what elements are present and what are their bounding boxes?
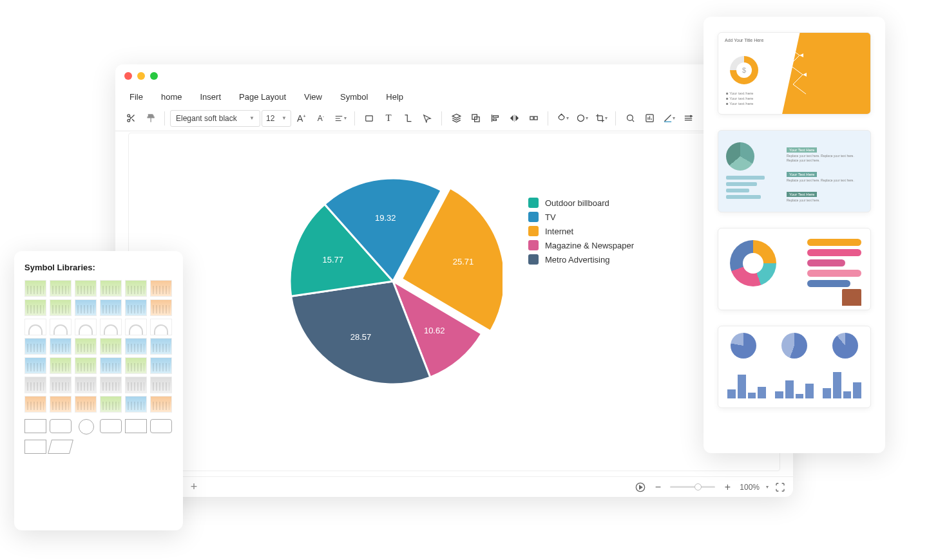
symbol-thumb[interactable] — [50, 319, 72, 335]
symbol-thumb[interactable] — [75, 319, 97, 335]
symbol-thumb[interactable] — [150, 280, 172, 297]
symbol-thumb[interactable] — [75, 357, 97, 374]
symbol-thumb[interactable] — [100, 280, 122, 297]
shape-parallelogram[interactable] — [48, 440, 73, 454]
symbol-thumb[interactable] — [150, 377, 172, 393]
symbol-thumb[interactable] — [100, 396, 122, 413]
canvas[interactable]: 25.7110.6228.5715.7719.32 Outdoor billbo… — [128, 133, 780, 471]
window-minimize-button[interactable] — [137, 72, 145, 80]
line-color-button[interactable]: ▾ — [660, 109, 678, 127]
group-button[interactable] — [466, 109, 484, 127]
search-button[interactable] — [621, 109, 639, 127]
symbol-thumb[interactable] — [125, 396, 147, 413]
font-size-select[interactable]: 12 ▼ — [262, 110, 291, 127]
pie-chart[interactable]: 25.7110.6228.5715.7719.32 — [283, 172, 503, 393]
flip-horizontal-button[interactable] — [505, 109, 523, 127]
symbol-thumb[interactable] — [50, 338, 72, 355]
crop-button[interactable]: ▾ — [592, 109, 610, 127]
symbol-thumb[interactable] — [100, 357, 122, 374]
zoom-thumb[interactable] — [694, 483, 702, 490]
shape-triangle[interactable] — [103, 440, 120, 453]
text-align-button[interactable]: ▾ — [331, 109, 349, 127]
symbol-thumb[interactable] — [75, 396, 97, 413]
symbol-thumb[interactable] — [50, 396, 72, 413]
template-card[interactable] — [718, 326, 871, 408]
legend-item[interactable]: Metro Advertising — [528, 254, 634, 265]
menu-help[interactable]: Help — [377, 89, 412, 104]
symbol-thumb[interactable] — [24, 377, 46, 393]
symbol-thumb[interactable] — [24, 396, 46, 413]
shape-rounded-rect[interactable] — [50, 419, 72, 433]
symbol-thumb[interactable] — [125, 319, 147, 335]
template-card[interactable]: Your Text HereReplace your text here. Re… — [718, 130, 871, 212]
pointer-tool[interactable] — [418, 109, 436, 127]
symbol-thumb[interactable] — [125, 299, 147, 316]
connector-tool[interactable] — [399, 109, 417, 127]
symbol-thumb[interactable] — [24, 280, 46, 297]
symbol-thumb[interactable] — [50, 357, 72, 374]
window-maximize-button[interactable] — [150, 72, 158, 80]
symbol-thumb[interactable] — [125, 280, 147, 297]
menu-view[interactable]: View — [295, 89, 331, 104]
shape-rectangle[interactable] — [24, 419, 46, 433]
increase-font-button[interactable]: A+ — [292, 109, 311, 127]
zoom-out-button[interactable]: − — [652, 481, 664, 493]
fill-color-button[interactable]: ▾ — [553, 109, 571, 127]
symbol-thumb[interactable] — [24, 357, 46, 374]
symbol-thumb[interactable] — [100, 338, 122, 355]
shape-rounded-rect[interactable] — [100, 419, 122, 433]
align-button[interactable] — [486, 109, 504, 127]
symbol-thumb[interactable] — [75, 280, 97, 297]
symbol-thumb[interactable] — [100, 319, 122, 335]
template-card[interactable]: Add Your Title Here ■ Your text here■ Yo… — [718, 32, 871, 115]
symbol-thumb[interactable] — [75, 377, 97, 393]
menu-home[interactable]: home — [152, 89, 191, 104]
symbol-thumb[interactable] — [50, 377, 72, 393]
symbol-thumb[interactable] — [150, 396, 172, 413]
menu-insert[interactable]: Insert — [191, 89, 230, 104]
symbol-thumb[interactable] — [150, 357, 172, 374]
symbol-thumb[interactable] — [150, 319, 172, 335]
symbol-thumb[interactable] — [75, 299, 97, 316]
layers-button[interactable] — [447, 109, 465, 127]
symbol-thumb[interactable] — [125, 338, 147, 355]
cut-button[interactable] — [122, 109, 140, 127]
font-family-select[interactable]: Elegant soft black ▼ — [170, 110, 260, 127]
symbol-thumb[interactable] — [24, 319, 46, 335]
legend-item[interactable]: Magazine & Newspaper — [528, 240, 634, 250]
symbol-thumb[interactable] — [150, 299, 172, 316]
menu-symbol[interactable]: Symbol — [331, 89, 377, 104]
fullscreen-button[interactable] — [775, 482, 785, 492]
symbol-thumb[interactable] — [125, 377, 147, 393]
symbol-thumb[interactable] — [50, 299, 72, 316]
shape-triangle[interactable] — [153, 440, 170, 453]
chevron-down-icon[interactable]: ▾ — [766, 484, 769, 490]
rectangle-tool[interactable] — [360, 109, 378, 127]
menu-page-layout[interactable]: Page Layout — [230, 89, 295, 104]
shape-rounded-rect[interactable] — [150, 419, 172, 433]
symbol-thumb[interactable] — [125, 357, 147, 374]
symbol-thumb[interactable] — [24, 299, 46, 316]
legend-item[interactable]: Internet — [528, 226, 634, 236]
symbol-thumb[interactable] — [75, 338, 97, 355]
same-size-button[interactable] — [524, 109, 542, 127]
symbol-thumb[interactable] — [50, 280, 72, 297]
add-page-button[interactable]: + — [187, 480, 202, 494]
format-painter-button[interactable] — [141, 109, 159, 127]
legend-item[interactable]: TV — [528, 212, 634, 222]
symbol-thumb[interactable] — [24, 338, 46, 355]
more-options-button[interactable] — [679, 109, 697, 127]
decrease-font-button[interactable]: A- — [312, 109, 330, 127]
presentation-button[interactable] — [635, 482, 646, 492]
chart-settings-button[interactable] — [640, 109, 658, 127]
window-close-button[interactable] — [124, 72, 132, 80]
symbol-thumb[interactable] — [100, 299, 122, 316]
shape-triangle[interactable] — [128, 440, 145, 453]
symbol-thumb[interactable] — [150, 338, 172, 355]
shape-rectangle[interactable] — [24, 440, 46, 454]
shape-rectangle[interactable] — [125, 419, 147, 433]
shape-circle[interactable] — [79, 419, 94, 434]
shadow-button[interactable]: ▾ — [573, 109, 591, 127]
zoom-slider[interactable] — [670, 486, 715, 488]
legend-item[interactable]: Outdoor billboard — [528, 198, 634, 208]
